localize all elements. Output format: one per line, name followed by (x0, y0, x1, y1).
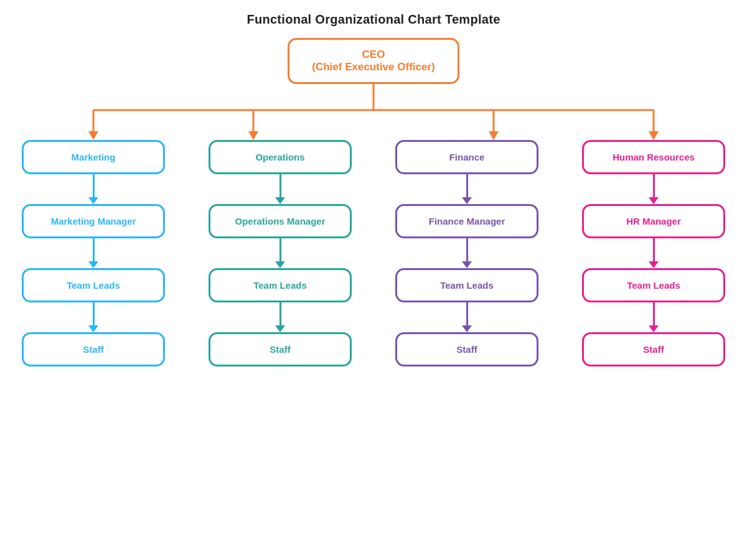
staff-box-hr: Staff (582, 332, 725, 366)
team-leads-box-marketing: Team Leads (22, 268, 165, 302)
arrow-finance-2 (462, 238, 472, 268)
arrow-marketing-3 (88, 302, 98, 332)
ceo-subtitle: (Chief Executive Officer) (312, 61, 435, 73)
dept-box-finance: Finance (395, 140, 538, 174)
column-finance: Finance Finance Manager Team Leads Staff (386, 140, 548, 366)
staff-box-operations: Staff (209, 332, 352, 366)
arrow-marketing-2 (88, 238, 98, 268)
column-marketing: Marketing Marketing Manager Team Leads S… (12, 140, 174, 366)
dept-box-marketing: Marketing (22, 140, 165, 174)
arrow-hr-2 (649, 238, 659, 268)
svg-marker-8 (489, 131, 499, 140)
staff-box-marketing: Staff (22, 332, 165, 366)
arrow-finance-3 (462, 302, 472, 332)
svg-marker-6 (88, 131, 98, 140)
page-title: Functional Organizational Chart Template (247, 12, 500, 27)
svg-marker-9 (649, 131, 659, 140)
manager-box-operations: Operations Manager (209, 204, 352, 238)
dept-box-operations: Operations (209, 140, 352, 174)
columns-container: Marketing Marketing Manager Team Leads S… (12, 140, 735, 366)
manager-box-hr: HR Manager (582, 204, 725, 238)
manager-box-finance: Finance Manager (395, 204, 538, 238)
manager-box-marketing: Marketing Manager (22, 204, 165, 238)
arrow-marketing-1 (88, 174, 98, 204)
staff-box-finance: Staff (395, 332, 538, 366)
arrow-finance-1 (462, 174, 472, 204)
ceo-title: CEO (312, 49, 435, 61)
svg-marker-7 (248, 131, 258, 140)
arrow-hr-1 (649, 174, 659, 204)
team-leads-box-finance: Team Leads (395, 268, 538, 302)
arrow-operations-1 (275, 174, 285, 204)
arrow-operations-3 (275, 302, 285, 332)
arrow-hr-3 (649, 302, 659, 332)
column-hr: Human Resources HR Manager Team Leads St… (573, 140, 735, 366)
ceo-box: CEO (Chief Executive Officer) (288, 38, 459, 84)
arrow-operations-2 (275, 238, 285, 268)
top-connector (12, 84, 735, 140)
team-leads-box-hr: Team Leads (582, 268, 725, 302)
dept-box-hr: Human Resources (582, 140, 725, 174)
team-leads-box-operations: Team Leads (209, 268, 352, 302)
column-operations: Operations Operations Manager Team Leads… (199, 140, 361, 366)
